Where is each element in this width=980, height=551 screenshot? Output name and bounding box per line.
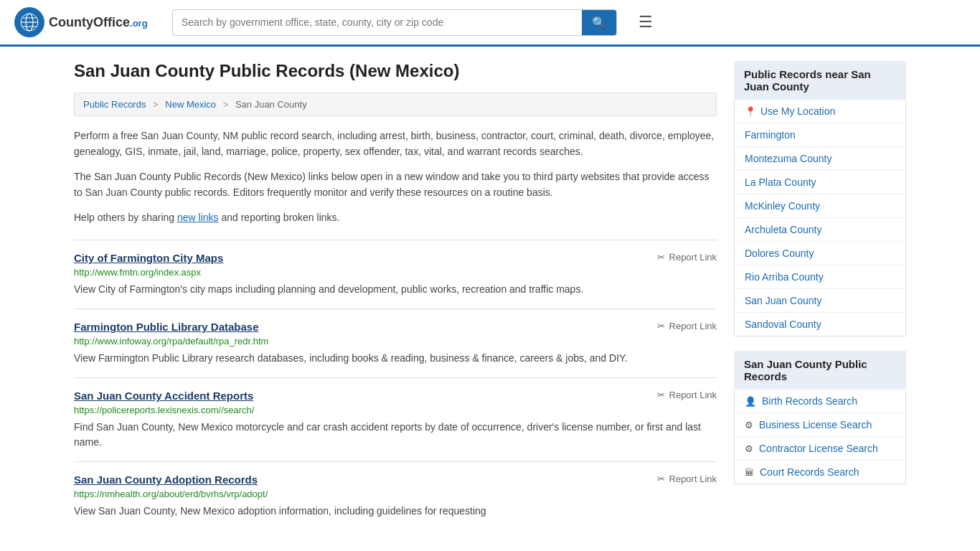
breadcrumb-sep-1: > (153, 99, 159, 110)
description-3: Help others by sharing new links and rep… (74, 209, 717, 225)
search-input[interactable] (173, 11, 582, 34)
new-links-link[interactable]: new links (177, 212, 219, 223)
record-title[interactable]: City of Farmington City Maps (74, 252, 223, 264)
desc3-prefix: Help others by sharing (74, 212, 177, 223)
nearby-link[interactable]: Sandoval County (745, 319, 821, 330)
list-item: 👤 Birth Records Search (735, 390, 905, 413)
record-header: Farmington Public Library Database ✂ Rep… (74, 321, 717, 333)
list-item: ⚙ Business License Search (735, 413, 905, 437)
report-link-button[interactable]: ✂ Report Link (657, 474, 717, 484)
record-url[interactable]: http://www.fmtn.org/index.aspx (74, 267, 717, 278)
breadcrumb: Public Records > New Mexico > San Juan C… (74, 93, 717, 116)
record-item: Farmington Public Library Database ✂ Rep… (74, 309, 717, 377)
sidebar: Public Records near San Juan County Use … (734, 61, 906, 530)
desc3-suffix: and reporting broken links. (219, 212, 340, 223)
breadcrumb-link-new-mexico[interactable]: New Mexico (165, 99, 216, 110)
report-label: Report Link (669, 252, 717, 263)
gear-icon: ⚙ (745, 443, 753, 454)
record-title[interactable]: San Juan County Accident Reports (74, 390, 253, 402)
records-link[interactable]: Business License Search (759, 419, 872, 430)
report-link-button[interactable]: ✂ Report Link (657, 252, 717, 263)
main-layout: San Juan County Public Records (New Mexi… (60, 47, 920, 545)
list-item: Montezuma County (735, 147, 905, 171)
nearby-link[interactable]: Farmington (745, 129, 796, 141)
report-icon: ✂ (657, 390, 665, 400)
list-item: Farmington (735, 123, 905, 147)
record-item: San Juan County Adoption Records ✂ Repor… (74, 461, 717, 530)
report-link-button[interactable]: ✂ Report Link (657, 321, 717, 331)
logo-icon (14, 7, 44, 37)
breadcrumb-sep-2: > (223, 99, 229, 110)
report-label: Report Link (669, 321, 717, 331)
report-icon: ✂ (657, 252, 665, 263)
report-label: Report Link (669, 474, 717, 484)
search-bar: 🔍 (172, 9, 617, 36)
content-area: San Juan County Public Records (New Mexi… (74, 61, 717, 530)
nearby-link[interactable]: McKinley County (745, 200, 820, 212)
record-desc: View San Juan County, New Mexico adoptio… (74, 504, 717, 519)
list-item: San Juan County (735, 289, 905, 313)
list-item: 🏛 Court Records Search (735, 461, 905, 484)
page-title: San Juan County Public Records (New Mexi… (74, 61, 717, 81)
list-item: ⚙ Contractor License Search (735, 437, 905, 461)
nearby-list: Use My Location Farmington Montezuma Cou… (734, 100, 906, 336)
nearby-section-title: Public Records near San Juan County (734, 61, 906, 100)
use-my-location-item[interactable]: Use My Location (735, 100, 905, 123)
records-link[interactable]: Contractor License Search (759, 443, 878, 454)
nearby-link[interactable]: San Juan County (745, 295, 821, 306)
breadcrumb-link-public-records[interactable]: Public Records (83, 99, 146, 110)
nearby-link[interactable]: Montezuma County (745, 153, 831, 164)
report-icon: ✂ (657, 474, 665, 484)
records-link[interactable]: Court Records Search (760, 466, 859, 478)
nearby-link[interactable]: Rio Arriba County (745, 271, 824, 283)
record-header: City of Farmington City Maps ✂ Report Li… (74, 252, 717, 264)
records-section-title: San Juan County Public Records (734, 351, 906, 390)
record-desc: View City of Farmington's city maps incl… (74, 282, 717, 297)
gear-icon: ⚙ (745, 420, 753, 430)
search-button[interactable]: 🔍 (582, 10, 616, 35)
list-item: Archuleta County (735, 218, 905, 242)
list-item: Sandoval County (735, 313, 905, 336)
nearby-section: Public Records near San Juan County Use … (734, 61, 906, 336)
records-section: San Juan County Public Records 👤 Birth R… (734, 351, 906, 484)
report-link-button[interactable]: ✂ Report Link (657, 390, 717, 400)
list-item: Dolores County (735, 242, 905, 265)
report-icon: ✂ (657, 321, 665, 331)
description-1: Perform a free San Juan County, NM publi… (74, 128, 717, 160)
record-url[interactable]: https://policereports.lexisnexis.com//se… (74, 405, 717, 415)
logo[interactable]: CountyOffice.org (14, 7, 158, 37)
list-item: La Plata County (735, 171, 905, 194)
breadcrumb-current: San Juan County (235, 99, 307, 110)
building-icon: 🏛 (745, 467, 754, 478)
record-item: San Juan County Accident Reports ✂ Repor… (74, 377, 717, 461)
nearby-link[interactable]: La Plata County (745, 176, 816, 188)
record-header: San Juan County Adoption Records ✂ Repor… (74, 474, 717, 486)
report-label: Report Link (669, 390, 717, 400)
description-2: The San Juan County Public Records (New … (74, 169, 717, 201)
record-title[interactable]: San Juan County Adoption Records (74, 474, 258, 486)
record-desc: Find San Juan County, New Mexico motorcy… (74, 420, 717, 450)
record-url[interactable]: http://www.infoway.org/rpa/default/rpa_r… (74, 336, 717, 347)
use-location-link[interactable]: Use My Location (745, 105, 835, 117)
header: CountyOffice.org 🔍 ☰ (0, 0, 980, 47)
list-item: Rio Arriba County (735, 265, 905, 289)
list-item: McKinley County (735, 194, 905, 218)
hamburger-menu[interactable]: ☰ (639, 13, 653, 32)
nearby-link[interactable]: Dolores County (745, 248, 814, 259)
record-url[interactable]: https://nmhealth.org/about/erd/bvrhs/vrp… (74, 489, 717, 499)
logo-text: CountyOffice.org (49, 15, 148, 30)
record-item: City of Farmington City Maps ✂ Report Li… (74, 240, 717, 309)
record-desc: View Farmington Public Library research … (74, 351, 717, 366)
record-header: San Juan County Accident Reports ✂ Repor… (74, 390, 717, 402)
person-icon: 👤 (745, 396, 756, 407)
nearby-link[interactable]: Archuleta County (745, 224, 821, 235)
records-link[interactable]: Birth Records Search (762, 395, 857, 407)
records-section-list: 👤 Birth Records Search ⚙ Business Licens… (734, 390, 906, 484)
records-list: City of Farmington City Maps ✂ Report Li… (74, 240, 717, 530)
record-title[interactable]: Farmington Public Library Database (74, 321, 259, 333)
